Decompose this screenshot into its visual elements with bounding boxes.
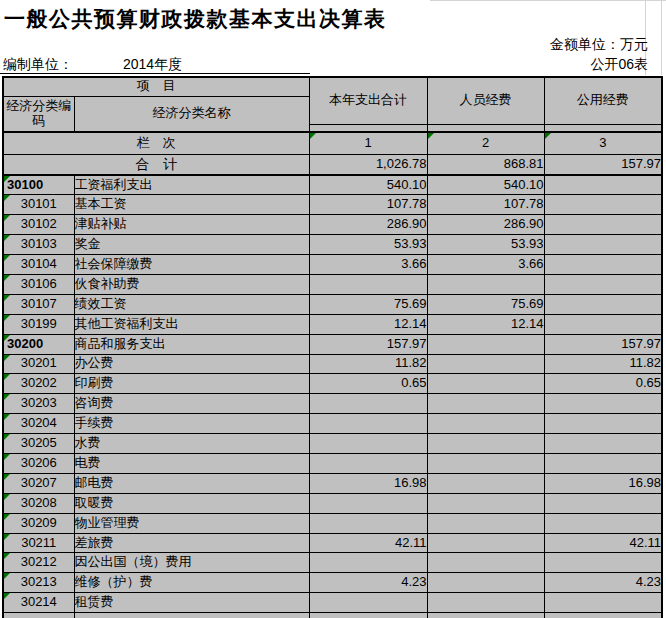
cell-public[interactable]: [544, 613, 662, 618]
header-name-cell[interactable]: 经济分类名称: [74, 96, 309, 132]
row-code[interactable]: 30201: [3, 354, 74, 374]
cell-personnel[interactable]: [427, 473, 544, 493]
cell-total[interactable]: 53.93: [309, 235, 427, 255]
cell-public[interactable]: [544, 215, 662, 235]
row-code[interactable]: 30207: [3, 473, 74, 493]
cell-total[interactable]: [309, 274, 427, 294]
cell-personnel[interactable]: [427, 414, 544, 434]
row-code[interactable]: 30106: [3, 274, 74, 294]
cell-public[interactable]: [544, 294, 662, 314]
header-public-cell[interactable]: 公用经费: [544, 77, 662, 124]
cell-public[interactable]: [544, 235, 662, 255]
cell-total[interactable]: [309, 493, 427, 513]
cell-total[interactable]: 286.90: [309, 215, 427, 235]
cell-public[interactable]: [544, 394, 662, 414]
total-row-label-cell[interactable]: 合 计: [3, 154, 309, 175]
cell-personnel[interactable]: [427, 573, 544, 593]
cell-total[interactable]: 4.23: [309, 573, 427, 593]
cell-total[interactable]: [309, 394, 427, 414]
cell-personnel[interactable]: [427, 593, 544, 613]
cell-public[interactable]: [544, 434, 662, 454]
cell-personnel[interactable]: 53.93: [427, 235, 544, 255]
row-name[interactable]: 基本工资: [74, 195, 309, 215]
cell-personnel[interactable]: 12.14: [427, 314, 544, 334]
cell-personnel[interactable]: [427, 513, 544, 533]
row-name[interactable]: [74, 613, 309, 618]
cell-total[interactable]: 107.78: [309, 195, 427, 215]
cell-total[interactable]: [309, 553, 427, 573]
row-name[interactable]: 咨询费: [74, 394, 309, 414]
cell-personnel[interactable]: [427, 354, 544, 374]
cell-public[interactable]: 4.23: [544, 573, 662, 593]
cell-total[interactable]: [309, 513, 427, 533]
row-name[interactable]: 租赁费: [74, 593, 309, 613]
row-name[interactable]: 取暖费: [74, 493, 309, 513]
row-code[interactable]: 30209: [3, 513, 74, 533]
row-code[interactable]: 30214: [3, 593, 74, 613]
cell-public[interactable]: [544, 553, 662, 573]
row-code[interactable]: 30107: [3, 294, 74, 314]
row-name[interactable]: 邮电费: [74, 473, 309, 493]
row-name[interactable]: 维修（护）费: [74, 573, 309, 593]
total-row-personnel-cell[interactable]: 868.81: [427, 154, 544, 175]
row-code[interactable]: 30100: [3, 175, 74, 195]
row-name[interactable]: 办公费: [74, 354, 309, 374]
cell-public[interactable]: 11.82: [544, 354, 662, 374]
cell-personnel[interactable]: 107.78: [427, 195, 544, 215]
cell-personnel[interactable]: [427, 453, 544, 473]
row-name[interactable]: 津贴补贴: [74, 215, 309, 235]
row-code[interactable]: 30211: [3, 533, 74, 553]
green-filler-cell[interactable]: [427, 124, 544, 132]
cell-public[interactable]: [544, 593, 662, 613]
cell-total[interactable]: 16.98: [309, 473, 427, 493]
cell-public[interactable]: [544, 274, 662, 294]
row-code[interactable]: 30206: [3, 453, 74, 473]
header-item-cell[interactable]: 项 目: [3, 77, 309, 96]
header-code-cell[interactable]: 经济分类编码: [3, 96, 74, 132]
cell-public[interactable]: [544, 493, 662, 513]
row-name[interactable]: 印刷费: [74, 374, 309, 394]
row-code[interactable]: 30205: [3, 434, 74, 454]
row-name[interactable]: 差旅费: [74, 533, 309, 553]
total-row-public-cell[interactable]: 157.97: [544, 154, 662, 175]
column-index-cell-2[interactable]: 2: [427, 132, 544, 154]
cell-personnel[interactable]: 540.10: [427, 175, 544, 195]
cell-total[interactable]: 157.97: [309, 334, 427, 354]
row-name[interactable]: 工资福利支出: [74, 175, 309, 195]
row-name[interactable]: 物业管理费: [74, 513, 309, 533]
row-code[interactable]: 30202: [3, 374, 74, 394]
cell-total[interactable]: 11.82: [309, 354, 427, 374]
green-filler-cell[interactable]: [544, 124, 662, 132]
cell-public[interactable]: [544, 513, 662, 533]
row-name[interactable]: 电费: [74, 453, 309, 473]
row-code[interactable]: 30212: [3, 553, 74, 573]
cell-total[interactable]: [309, 434, 427, 454]
cell-public[interactable]: [544, 255, 662, 275]
row-name[interactable]: 因公出国（境）费用: [74, 553, 309, 573]
row-code[interactable]: 30103: [3, 235, 74, 255]
cell-personnel[interactable]: [427, 553, 544, 573]
cell-public[interactable]: 16.98: [544, 473, 662, 493]
cell-personnel[interactable]: [427, 434, 544, 454]
cell-personnel[interactable]: 75.69: [427, 294, 544, 314]
cell-total[interactable]: [309, 593, 427, 613]
cell-personnel[interactable]: [427, 274, 544, 294]
row-name[interactable]: 手续费: [74, 414, 309, 434]
row-name[interactable]: 奖金: [74, 235, 309, 255]
column-index-cell-1[interactable]: 1: [309, 132, 427, 154]
cell-public[interactable]: [544, 314, 662, 334]
cell-total[interactable]: [309, 414, 427, 434]
cell-total[interactable]: 12.14: [309, 314, 427, 334]
row-name[interactable]: 伙食补助费: [74, 274, 309, 294]
column-index-cell-3[interactable]: 3: [544, 132, 662, 154]
column-index-label-cell[interactable]: 栏 次: [3, 132, 309, 154]
cell-personnel[interactable]: 3.66: [427, 255, 544, 275]
row-name[interactable]: 社会保障缴费: [74, 255, 309, 275]
header-personnel-cell[interactable]: 人员经费: [427, 77, 544, 124]
cell-personnel[interactable]: [427, 533, 544, 553]
row-code[interactable]: 30203: [3, 394, 74, 414]
green-filler-cell[interactable]: [309, 124, 427, 132]
cell-personnel[interactable]: [427, 493, 544, 513]
row-code[interactable]: 30199: [3, 314, 74, 334]
row-code[interactable]: 30200: [3, 334, 74, 354]
